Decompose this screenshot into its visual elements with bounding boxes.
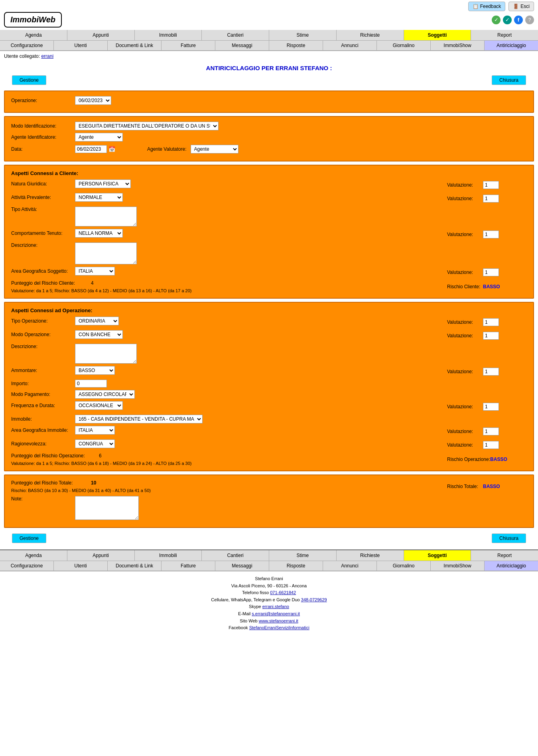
- operazione2-title: Aspetti Connessi ad Operazione:: [11, 307, 527, 313]
- ragionevolezza-select[interactable]: CONGRUA: [75, 439, 115, 448]
- footer-address: Via Ascoli Piceno, 90 - 60126 - Ancona: [4, 583, 534, 590]
- area-imm-val-input[interactable]: [483, 427, 499, 435]
- footer-nav-appunti[interactable]: Appunti: [67, 550, 135, 561]
- ammontare-select[interactable]: BASSO: [75, 366, 115, 375]
- comportamento-select[interactable]: NELLA NORMA: [75, 229, 123, 238]
- tipo-attivita-label: Tipo Attività:: [11, 207, 75, 212]
- footer-nav2-documenti[interactable]: Documenti & Link: [108, 561, 162, 571]
- nav-cantieri[interactable]: Cantieri: [202, 30, 269, 40]
- footer-nav2-utenti[interactable]: Utenti: [54, 561, 108, 571]
- agente-val-label: Agente Valutatore:: [147, 146, 187, 152]
- gestione-button-bottom[interactable]: Gestione: [12, 534, 46, 543]
- cliente-section: Aspetti Connessi a Cliente: Natura Giuri…: [4, 165, 534, 299]
- nav-immobili[interactable]: Immobili: [135, 30, 202, 40]
- footer-nav-cantieri[interactable]: Cantieri: [202, 550, 269, 561]
- attivita-select[interactable]: NORMALE: [75, 193, 123, 202]
- data-input[interactable]: [75, 145, 107, 153]
- footer-nav-agenda[interactable]: Agenda: [0, 550, 67, 561]
- check2-icon: ✓: [503, 16, 512, 24]
- footer-nav-soggetti[interactable]: Soggetti: [404, 550, 471, 561]
- punteggio-cliente-value: 4: [91, 280, 94, 286]
- totale-section: Punteggio del Rischio Totale: 10 Rischio…: [4, 474, 534, 528]
- note-textarea[interactable]: [75, 496, 139, 520]
- nav-risposte[interactable]: Risposte: [269, 41, 323, 50]
- comportamento-label: Comportamento Tenuto:: [11, 230, 75, 236]
- footer-nav2-configurazione[interactable]: Configurazione: [0, 561, 54, 571]
- nav-agenda[interactable]: Agenda: [0, 30, 67, 40]
- operazione-select[interactable]: 06/02/2023: [75, 96, 111, 105]
- nav-antiriciclaggio[interactable]: Antiriciclaggio: [485, 41, 538, 50]
- attivita-label: Attività Prevalente:: [11, 195, 75, 200]
- nav-messaggi[interactable]: Messaggi: [215, 41, 269, 50]
- nav-soggetti[interactable]: Soggetti: [404, 30, 471, 40]
- area-imm-select[interactable]: ITALIA: [75, 426, 115, 435]
- check-icon: ✓: [492, 16, 501, 24]
- freq-val-input[interactable]: [483, 403, 499, 411]
- footer-nav-immobili[interactable]: Immobili: [135, 550, 202, 561]
- modo-op-select[interactable]: CON BANCHE: [75, 330, 123, 339]
- footer-mobile-link[interactable]: 348-0729629: [301, 597, 327, 602]
- nav-utenti[interactable]: Utenti: [54, 41, 108, 50]
- ammontare-val-input[interactable]: [483, 368, 499, 376]
- natura-val-input[interactable]: [483, 181, 499, 189]
- footer-nav2-risposte[interactable]: Risposte: [269, 561, 323, 571]
- agente-val-select[interactable]: Agente: [191, 145, 238, 154]
- tipo-attivita-textarea[interactable]: [75, 207, 137, 226]
- main-nav: Agenda Appunti Immobili Cantieri Stime R…: [0, 30, 538, 41]
- footer-fb-link[interactable]: StefanoErraniServiziInformatici: [249, 625, 309, 630]
- tipo-op-val-label: Valutazione:: [447, 319, 483, 325]
- nav-report[interactable]: Report: [471, 30, 538, 40]
- nav-documenti[interactable]: Documenti & Link: [108, 41, 162, 50]
- nav-annunci[interactable]: Annunci: [323, 41, 377, 50]
- footer-phone-link[interactable]: 071-6621842: [270, 590, 296, 595]
- calendar-icon[interactable]: 📅: [108, 146, 115, 152]
- feedback-button[interactable]: 📋 Feedback: [468, 2, 506, 11]
- modo-id-select[interactable]: ESEGUITA DIRETTAMENTE DALL'OPERATORE O D…: [75, 122, 219, 130]
- attivita-val-input[interactable]: [483, 195, 499, 203]
- user-link[interactable]: errani: [41, 53, 53, 59]
- footer-nav2-messaggi[interactable]: Messaggi: [215, 561, 269, 571]
- nav-giornalino[interactable]: Giornalino: [377, 41, 431, 50]
- descrizione-textarea[interactable]: [75, 242, 137, 264]
- nav-immobishow[interactable]: ImmobiShow: [431, 41, 485, 50]
- nav-richieste[interactable]: Richieste: [337, 30, 404, 40]
- footer-nav2-antiriciclaggio[interactable]: Antiriciclaggio: [485, 561, 538, 571]
- footer-nav2-annunci[interactable]: Annunci: [323, 561, 377, 571]
- nav-appunti[interactable]: Appunti: [67, 30, 135, 40]
- nav-configurazione[interactable]: Configurazione: [0, 41, 54, 50]
- tipo-op-val-input[interactable]: [483, 318, 499, 326]
- freq-select[interactable]: OCCASIONALE: [75, 401, 123, 410]
- area-val-input[interactable]: [483, 268, 499, 276]
- ragionevolezza-val-input[interactable]: [483, 441, 499, 449]
- desc-op-label: Descrizione:: [11, 344, 75, 349]
- tipo-op-select[interactable]: ORDINARIA: [75, 317, 119, 325]
- importo-input[interactable]: [75, 380, 107, 388]
- comportamento-val-input[interactable]: [483, 230, 499, 238]
- agente-id-select[interactable]: Agente: [75, 133, 123, 142]
- natura-select[interactable]: PERSONA FISICA: [75, 179, 131, 188]
- natura-label: Natura Giuridica:: [11, 181, 75, 187]
- footer-nav-richieste[interactable]: Richieste: [337, 550, 404, 561]
- footer-nav-stime[interactable]: Stime: [269, 550, 337, 561]
- footer-nav2-immobishow[interactable]: ImmobiShow: [431, 561, 485, 571]
- modo-pag-select[interactable]: ASSEGNO CIRCOLARE: [75, 390, 135, 399]
- nav-stime[interactable]: Stime: [269, 30, 337, 40]
- esci-button[interactable]: 🚪 Esci: [508, 2, 534, 11]
- footer-email-link[interactable]: s.errani@stefanoerrani.it: [252, 611, 300, 616]
- importo-label: Importo:: [11, 381, 75, 386]
- footer-nav: Agenda Appunti Immobili Cantieri Stime R…: [0, 549, 538, 571]
- footer-skype-link[interactable]: errani.stefano: [262, 604, 289, 609]
- footer-nav2-giornalino[interactable]: Giornalino: [377, 561, 431, 571]
- footer-nav-report[interactable]: Report: [471, 550, 538, 561]
- action-row-bottom: Gestione Chiusura: [0, 531, 538, 545]
- nav-fatture[interactable]: Fatture: [162, 41, 215, 50]
- footer-web-link[interactable]: www.stefanoerrani.it: [259, 618, 298, 623]
- gestione-button-top[interactable]: Gestione: [12, 75, 46, 85]
- footer-nav2-fatture[interactable]: Fatture: [162, 561, 215, 571]
- immobile-select[interactable]: 165 - CASA INDIPENDENTE - VENDITA - CUPR…: [75, 415, 203, 423]
- chiusura-button-top[interactable]: Chiusura: [492, 75, 526, 85]
- modo-op-val-input[interactable]: [483, 332, 499, 340]
- area-select[interactable]: ITALIA: [75, 267, 115, 276]
- desc-op-textarea[interactable]: [75, 344, 137, 364]
- chiusura-button-bottom[interactable]: Chiusura: [492, 534, 526, 543]
